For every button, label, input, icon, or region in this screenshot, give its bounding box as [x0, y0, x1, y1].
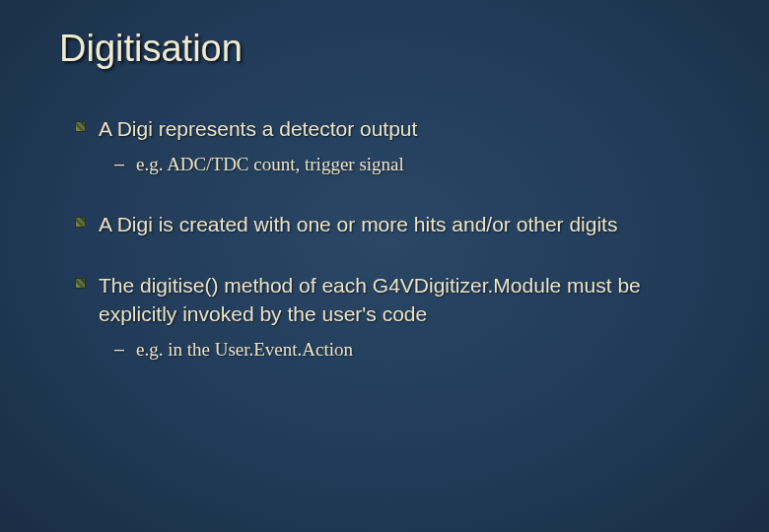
bullet-item: The digitise() method of each G4VDigitiz… [75, 272, 710, 362]
bullet-text: A Digi is created with one or more hits … [99, 213, 617, 235]
sub-bullet-list: e.g. in the User.Event.Action [114, 338, 710, 363]
bullet-list: A Digi represents a detector output e.g.… [75, 115, 710, 363]
bullet-item: A Digi represents a detector output e.g.… [75, 115, 710, 177]
slide: Digitisation A Digi represents a detecto… [0, 0, 769, 532]
sub-bullet-item: e.g. in the User.Event.Action [114, 338, 710, 363]
sub-bullet-item: e.g. ADC/TDC count, trigger signal [114, 153, 710, 177]
bullet-item: A Digi is created with one or more hits … [75, 211, 710, 238]
sub-bullet-text: e.g. ADC/TDC count, trigger signal [136, 154, 404, 174]
sub-bullet-list: e.g. ADC/TDC count, trigger signal [114, 153, 710, 177]
sub-bullet-text: e.g. in the User.Event.Action [136, 339, 353, 360]
bullet-text: A Digi represents a detector output [99, 117, 417, 140]
bullet-text: The digitise() method of each G4VDigitiz… [99, 274, 641, 324]
slide-title: Digitisation [59, 28, 710, 70]
